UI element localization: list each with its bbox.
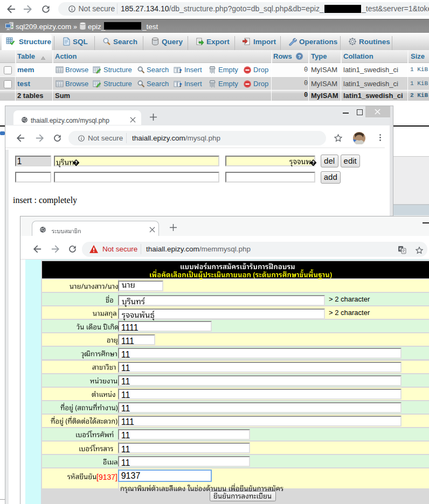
svg-text:?: ? xyxy=(298,54,301,59)
